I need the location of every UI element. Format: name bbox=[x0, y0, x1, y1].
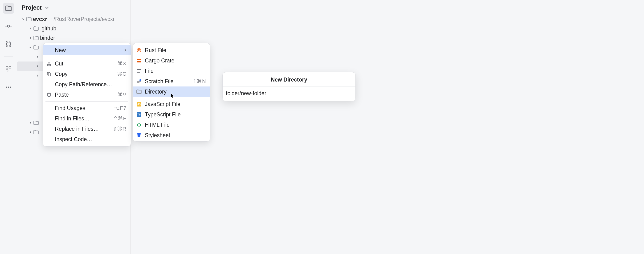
svg-point-5 bbox=[10, 45, 11, 47]
svg-point-9 bbox=[6, 87, 7, 88]
folder-icon bbox=[5, 6, 12, 11]
menu-item-label: Cut bbox=[55, 60, 114, 67]
svg-rect-20 bbox=[137, 59, 139, 60]
tree-row-root[interactable]: evcxr ~/RustRoverProjects/evcxr bbox=[17, 14, 130, 24]
tool-window-rail bbox=[0, 0, 17, 254]
submenu-item-typescript-file[interactable]: TS TypeScript File bbox=[133, 109, 210, 120]
menu-separator bbox=[136, 98, 208, 98]
menu-separator bbox=[46, 101, 128, 102]
copy-icon bbox=[46, 72, 52, 76]
pull-requests-tool-button[interactable] bbox=[3, 39, 14, 50]
crate-icon bbox=[136, 58, 142, 63]
svg-point-11 bbox=[10, 87, 11, 88]
menu-item-label: Find in Files… bbox=[55, 116, 110, 122]
project-tool-button[interactable] bbox=[3, 3, 14, 14]
chevron-down-icon bbox=[22, 18, 25, 21]
more-tool-button[interactable] bbox=[3, 82, 14, 92]
menu-item-shortcut: ⇧⌘R bbox=[112, 126, 126, 132]
chevron-right-icon bbox=[29, 27, 32, 30]
tree-row[interactable]: .github bbox=[17, 24, 130, 33]
chevron-right-icon bbox=[36, 64, 39, 68]
new-directory-popup: New Directory bbox=[222, 72, 356, 101]
project-panel-title: Project bbox=[22, 4, 42, 11]
tree-row[interactable]: binder bbox=[17, 33, 130, 43]
new-submenu: R Rust File Cargo Crate File Scratch Fil… bbox=[133, 43, 210, 142]
structure-tool-button[interactable] bbox=[3, 64, 14, 75]
menu-item-inspect-code[interactable]: Inspect Code… bbox=[43, 134, 131, 144]
svg-text:R: R bbox=[138, 49, 140, 52]
menu-item-find-usages[interactable]: Find Usages ⌥F7 bbox=[43, 103, 131, 113]
svg-rect-8 bbox=[6, 70, 8, 72]
project-panel-header[interactable]: Project bbox=[17, 0, 130, 14]
chevron-right-icon bbox=[29, 130, 32, 134]
chevron-right-icon bbox=[124, 48, 126, 52]
svg-rect-17 bbox=[48, 93, 50, 94]
folder-icon bbox=[26, 17, 32, 21]
commit-tool-button[interactable] bbox=[3, 21, 14, 32]
html-icon bbox=[136, 123, 142, 127]
submenu-item-file[interactable]: File bbox=[133, 66, 210, 76]
tree-root-name: evcxr bbox=[33, 16, 47, 22]
submenu-item-label: TypeScript File bbox=[145, 112, 206, 118]
menu-item-label: Find Usages bbox=[55, 105, 110, 112]
folder-icon bbox=[34, 36, 39, 40]
menu-item-replace-in-files[interactable]: Replace in Files… ⇧⌘R bbox=[43, 124, 131, 134]
folder-icon bbox=[34, 26, 39, 31]
menu-item-label: Replace in Files… bbox=[55, 126, 109, 132]
paste-icon bbox=[46, 92, 52, 97]
svg-point-10 bbox=[8, 87, 9, 88]
svg-rect-15 bbox=[48, 73, 51, 76]
submenu-item-label: File bbox=[145, 68, 206, 74]
popup-title: New Directory bbox=[222, 72, 356, 86]
menu-item-shortcut: ⇧⌘F bbox=[113, 116, 126, 122]
cut-icon bbox=[46, 62, 52, 66]
menu-item-find-in-files[interactable]: Find in Files… ⇧⌘F bbox=[43, 113, 131, 124]
chevron-right-icon bbox=[29, 121, 32, 124]
js-icon: JS bbox=[136, 102, 142, 106]
folder-icon bbox=[34, 130, 39, 134]
submenu-item-scratch-file[interactable]: Scratch File ⇧⌘N bbox=[133, 76, 210, 86]
menu-item-label: New bbox=[55, 47, 121, 54]
submenu-item-javascript-file[interactable]: JS JavaScript File bbox=[133, 99, 210, 109]
submenu-item-directory[interactable]: Directory bbox=[133, 86, 210, 97]
svg-rect-6 bbox=[6, 67, 8, 69]
svg-point-30 bbox=[140, 79, 141, 81]
chevron-right-icon bbox=[29, 36, 32, 40]
submenu-item-html-file[interactable]: HTML File bbox=[133, 120, 210, 130]
scratch-file-icon bbox=[136, 79, 142, 84]
svg-text:TS: TS bbox=[137, 113, 140, 116]
menu-item-copy-path[interactable]: Copy Path/Reference… bbox=[43, 79, 131, 90]
menu-item-shortcut: ⌘C bbox=[117, 71, 126, 77]
menu-item-paste[interactable]: Paste ⌘V bbox=[43, 90, 131, 100]
submenu-item-label: Rust File bbox=[145, 47, 206, 54]
svg-point-4 bbox=[6, 45, 7, 47]
menu-item-label: Copy Path/Reference… bbox=[55, 81, 126, 88]
folder-icon bbox=[136, 90, 142, 94]
submenu-item-rust-file[interactable]: R Rust File bbox=[133, 45, 210, 55]
chevron-right-icon bbox=[36, 74, 39, 77]
menu-item-new[interactable]: New bbox=[43, 45, 131, 55]
submenu-item-shortcut: ⇧⌘N bbox=[192, 78, 206, 84]
menu-item-cut[interactable]: Cut ⌘X bbox=[43, 58, 131, 69]
pull-request-icon bbox=[6, 41, 12, 47]
submenu-item-stylesheet[interactable]: Stylesheet bbox=[133, 130, 210, 140]
svg-rect-7 bbox=[9, 67, 11, 69]
more-icon bbox=[6, 86, 11, 88]
svg-point-3 bbox=[6, 42, 7, 43]
svg-point-0 bbox=[7, 25, 10, 27]
menu-item-copy[interactable]: Copy ⌘C bbox=[43, 69, 131, 79]
menu-item-label: Copy bbox=[55, 71, 114, 77]
submenu-item-cargo-crate[interactable]: Cargo Crate bbox=[133, 55, 210, 66]
new-directory-input[interactable] bbox=[222, 86, 356, 101]
tree-item-label: binder bbox=[40, 35, 55, 41]
commit-icon bbox=[5, 24, 12, 28]
menu-item-shortcut: ⌥F7 bbox=[114, 105, 126, 111]
submenu-item-label: Directory bbox=[145, 88, 206, 95]
structure-icon bbox=[6, 66, 11, 72]
ts-icon: TS bbox=[136, 112, 142, 117]
submenu-item-label: HTML File bbox=[145, 122, 206, 128]
context-menu: New Cut ⌘X Copy ⌘C Copy Path/Reference… … bbox=[43, 43, 131, 146]
submenu-item-label: Stylesheet bbox=[145, 132, 206, 138]
menu-item-label: Paste bbox=[55, 92, 114, 98]
rail-divider bbox=[4, 56, 13, 57]
